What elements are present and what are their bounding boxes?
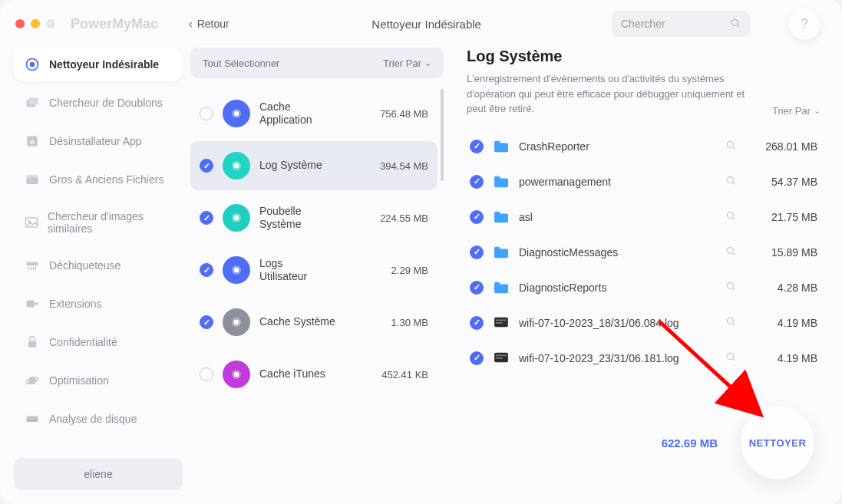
svg-rect-26	[234, 163, 239, 168]
svg-point-41	[727, 247, 733, 253]
file-row[interactable]: DiagnosticReports 4.28 MB	[467, 272, 821, 304]
svg-rect-32	[234, 320, 239, 324]
file-row[interactable]: wifi-07-10-2023_18/31/06.084.log 4.19 MB	[467, 307, 821, 339]
reveal-icon[interactable]	[725, 210, 739, 223]
category-row[interactable]: Cache Système 1.30 MB	[190, 298, 438, 347]
category-row[interactable]: Log Système 394.54 MB	[190, 141, 438, 190]
search-input[interactable]: Chercher	[612, 11, 750, 37]
file-checkbox[interactable]	[470, 245, 484, 259]
category-size: 394.54 MB	[380, 160, 428, 172]
search-placeholder: Chercher	[621, 18, 665, 30]
file-checkbox[interactable]	[470, 351, 484, 365]
category-checkbox[interactable]	[200, 107, 213, 120]
category-row[interactable]: CacheApplication 756.48 MB	[190, 89, 438, 138]
sort-by-button[interactable]: Trier Par ⌄	[383, 58, 431, 69]
category-icon	[223, 361, 250, 388]
file-checkbox[interactable]	[470, 140, 484, 153]
category-label: LogsUtilisateur	[259, 257, 382, 284]
sidebar-item-extensions[interactable]: Extensions	[14, 287, 183, 321]
clean-button[interactable]: NETTOYER	[741, 406, 814, 479]
close-window-dot[interactable]	[15, 19, 25, 28]
window-traffic-lights[interactable]	[15, 19, 55, 28]
sidebar-item-disk-analysis[interactable]: Analyse de disque	[14, 402, 183, 436]
sidebar-item-shredder[interactable]: Déchiqueteuse	[14, 249, 183, 282]
sidebar-item-label: Confidentialité	[49, 336, 117, 348]
category-checkbox[interactable]	[200, 263, 213, 277]
detail-sort-by-button[interactable]: Trier Par ⌄	[772, 105, 821, 117]
sidebar-item-optimization[interactable]: Optimisation	[14, 364, 183, 397]
reveal-icon[interactable]	[725, 281, 739, 294]
back-button[interactable]: ‹ Retour	[189, 18, 229, 30]
category-size: 452.41 KB	[381, 369, 428, 380]
category-row[interactable]: PoubelleSystème 224.55 MB	[190, 193, 438, 242]
file-checkbox[interactable]	[470, 281, 484, 295]
category-checkbox[interactable]	[200, 315, 213, 329]
sidebar-item-label: Extensions	[49, 298, 101, 310]
target-icon	[25, 57, 40, 72]
chevron-left-icon: ‹	[189, 18, 193, 30]
sidebar-item-label: Optimisation	[49, 374, 109, 387]
category-size: 2.29 MB	[391, 265, 428, 276]
reveal-icon[interactable]	[725, 140, 739, 153]
reveal-icon[interactable]	[725, 316, 739, 329]
file-checkbox[interactable]	[470, 210, 484, 224]
svg-line-42	[733, 253, 735, 255]
maximize-window-dot[interactable]	[46, 19, 55, 28]
reveal-icon[interactable]	[725, 245, 739, 259]
sidebar-item-label: Gros & Anciens Fichiers	[49, 173, 163, 186]
sidebar-item-label: Nettoyeur Indésirable	[49, 58, 159, 71]
disk-icon	[25, 411, 40, 427]
svg-point-3	[30, 62, 35, 68]
category-row[interactable]: LogsUtilisateur 2.29 MB	[190, 245, 438, 295]
file-row[interactable]: asl 21.75 MB	[467, 201, 821, 233]
category-label: CacheApplication	[259, 100, 371, 127]
sidebar-item-junk-cleaner[interactable]: Nettoyeur Indésirable	[14, 48, 183, 81]
file-row[interactable]: DiagnosticMessages 15.89 MB	[467, 236, 821, 268]
user-chip[interactable]: eliene	[14, 458, 183, 490]
help-button[interactable]: ?	[788, 8, 821, 40]
file-name: DiagnosticReports	[519, 282, 716, 294]
minimize-window-dot[interactable]	[31, 19, 40, 28]
category-label: Cache Système	[259, 315, 382, 329]
file-checkbox[interactable]	[470, 175, 484, 189]
sidebar-item-duplicates[interactable]: Chercheur de Doublons	[14, 86, 183, 120]
sidebar-item-uninstaller[interactable]: A Désinstallateur App	[14, 124, 183, 158]
lock-icon	[25, 334, 40, 350]
file-size: 4.19 MB	[748, 352, 817, 364]
file-row[interactable]: powermanagement 54.37 MB	[467, 166, 821, 198]
svg-point-48	[727, 318, 733, 324]
page-title: Nettoyeur Indésirable	[371, 18, 481, 31]
file-size: 4.28 MB	[748, 282, 817, 294]
category-checkbox[interactable]	[200, 159, 213, 173]
file-row[interactable]: wifi-07-10-2023_23/31/06.181.log 4.19 MB	[467, 342, 821, 374]
sidebar-item-large-old[interactable]: Gros & Anciens Fichiers	[14, 163, 183, 196]
category-row[interactable]: Cache iTunes 452.41 KB	[190, 350, 438, 399]
shredder-icon	[25, 258, 40, 273]
select-all-button[interactable]: Tout Sélectionner	[203, 58, 279, 69]
file-size: 268.01 MB	[748, 140, 817, 153]
total-size: 622.69 MB	[662, 436, 718, 450]
reveal-icon[interactable]	[725, 175, 739, 188]
file-name: asl	[519, 211, 716, 223]
category-checkbox[interactable]	[200, 211, 213, 225]
file-name: DiagnosticMessages	[519, 246, 716, 259]
scrollbar[interactable]	[441, 89, 444, 181]
file-row[interactable]: CrashReporter 268.01 MB	[467, 130, 821, 163]
sort-by-label: Trier Par	[383, 58, 421, 69]
logfile-icon	[493, 351, 510, 365]
file-checkbox[interactable]	[470, 316, 484, 330]
reveal-icon[interactable]	[725, 351, 739, 364]
sidebar-item-label: Désinstallateur App	[49, 135, 142, 147]
svg-rect-51	[496, 354, 507, 356]
chevron-down-icon: ⌄	[814, 106, 821, 116]
file-size: 21.75 MB	[748, 211, 817, 223]
sidebar-item-privacy[interactable]: Confidentialité	[14, 325, 183, 359]
sidebar-item-similar-images[interactable]: Chercheur d'images similaires	[14, 201, 183, 244]
category-checkbox[interactable]	[200, 367, 213, 381]
category-icon	[223, 100, 250, 127]
category-icon	[223, 204, 250, 232]
file-name: wifi-07-10-2023_18/31/06.084.log	[519, 317, 716, 329]
search-icon	[730, 18, 741, 31]
svg-rect-52	[496, 357, 503, 359]
svg-rect-18	[28, 341, 37, 348]
